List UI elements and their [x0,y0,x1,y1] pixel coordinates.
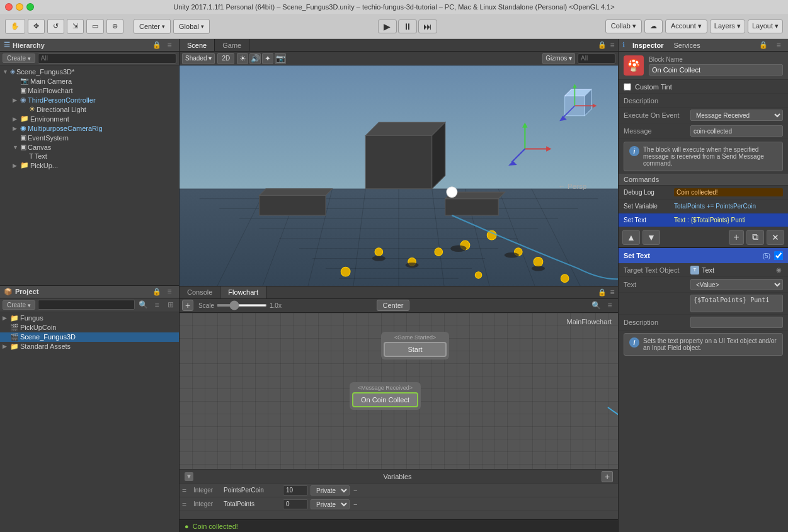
lighting-button[interactable]: ☀ [237,53,248,64]
var-privacy-0[interactable]: Private Public [311,485,350,495]
effects-button[interactable]: ✦ [262,53,273,64]
hierarchy-search-input[interactable] [38,54,176,64]
copy-command-button[interactable]: ⧉ [746,230,764,245]
hierarchy-create-button[interactable]: Create ▾ [3,54,35,63]
hierarchy-flowchart-item[interactable]: ▣ MainFlowchart [0,86,179,95]
move-down-button[interactable]: ▼ [642,230,660,245]
collab-button[interactable]: Collab ▾ [605,20,642,33]
var-value-input-0[interactable] [283,485,308,495]
project-layout-button[interactable]: ≡ [151,299,163,310]
play-button[interactable]: ▶ [378,20,397,33]
project-menu-button[interactable]: ≡ [164,286,175,297]
hierarchy-eventsystem-item[interactable]: ▣ EventSystem [0,133,179,142]
search-icon[interactable]: 🔍 [137,299,149,310]
flowchart-tab[interactable]: Flowchart [220,286,266,298]
text-value-textarea[interactable]: {$TotalPoints} Punti [690,295,783,312]
camera-button[interactable]: 📷 [275,53,286,64]
hierarchy-pickup-item[interactable]: ▶ 📁 PickUp... [0,161,179,170]
flowchart-menu-button[interactable]: ≡ [607,286,618,298]
add-node-button[interactable]: + [182,300,193,311]
services-tab[interactable]: Services [671,42,703,49]
layout-button[interactable]: Layout ▾ [748,20,783,33]
rect-tool-button[interactable]: ▭ [86,19,104,34]
project-standard-item[interactable]: ▶ 📁 Standard Assets [0,342,179,351]
step-button[interactable]: ⏭ [418,20,437,33]
scene-menu-button[interactable]: ≡ [607,40,618,51]
hand-tool-button[interactable]: ✋ [5,19,25,34]
move-up-button[interactable]: ▲ [622,230,640,245]
gizmos-dropdown[interactable]: Gizmos ▾ [542,53,575,64]
hierarchy-environment-item[interactable]: ▶ 📁 Environment [0,114,179,123]
variables-filter-button[interactable]: ▼ [185,472,193,481]
close-button[interactable] [5,3,13,11]
2d-button[interactable]: 2D [217,53,234,64]
scene-search-input[interactable] [578,54,615,64]
text-mode-dropdown[interactable]: <Value> [690,279,783,290]
var-remove-button-1[interactable]: − [353,501,357,508]
transform-tool-button[interactable]: ⊕ [106,19,123,34]
project-lock-button[interactable]: 🔒 [152,288,161,296]
delete-command-button[interactable]: ✕ [767,230,784,245]
set-text-description-input[interactable] [690,317,783,328]
hierarchy-camera-item[interactable]: 📷 Main Camera [0,76,179,86]
layers-button[interactable]: Layers ▾ [710,20,745,33]
flowchart-options-button[interactable]: ≡ [604,300,615,311]
global-button[interactable]: Global ▾ [173,19,210,34]
hierarchy-tpc-item[interactable]: ▶ ◉ ThirdPersonController [0,95,179,105]
flowchart-lock-button[interactable]: 🔒 [598,288,607,297]
shaded-dropdown[interactable]: Shaded ▾ [182,53,215,64]
hierarchy-camera-rig-item[interactable]: ▶ ◉ MultipurposeCameraRig [0,123,179,133]
console-tab[interactable]: Console [180,286,220,298]
minimize-button[interactable] [16,3,23,11]
start-node-button[interactable]: Start [384,342,447,357]
variables-add-button[interactable]: + [602,471,613,482]
start-node[interactable]: <Game Started> Start [381,332,449,359]
game-tab[interactable]: Game [215,39,249,51]
command-set-variable[interactable]: Set Variable TotalPoints += PointsPerCoi… [619,200,788,213]
inspector-menu-button[interactable]: ≡ [773,40,784,51]
command-set-text[interactable]: Set Text Text : {$TotalPoints} Punti [619,213,788,227]
project-grid-button[interactable]: ⊞ [165,299,176,310]
inspector-lock-button[interactable]: 🔒 [759,41,768,49]
var-privacy-1[interactable]: Private Public [311,499,350,509]
flowchart-content[interactable]: MainFlowchart <Game Started> Start <Mess… [180,313,618,470]
custom-tint-checkbox[interactable] [624,83,631,91]
hierarchy-scene-item[interactable]: ▼ ◈ Scene_Fungus3D* [0,67,179,76]
rotate-tool-button[interactable]: ↺ [47,19,64,34]
center-button[interactable]: Center [377,300,409,311]
flowchart-search-icon[interactable]: 🔍 [590,300,602,311]
scene-lock-button[interactable]: 🔒 [598,41,607,49]
hierarchy-lock-button[interactable]: 🔒 [152,41,161,49]
pause-button[interactable]: ⏸ [398,20,417,33]
execute-event-select[interactable]: Message Received [690,110,783,121]
audio-button[interactable]: 🔊 [249,53,261,64]
hierarchy-text-item[interactable]: T Text [0,152,179,161]
inspector-tab[interactable]: Inspector [630,42,666,49]
hierarchy-canvas-item[interactable]: ▼ ▣ Canvas [0,142,179,152]
var-value-input-1[interactable] [283,499,308,509]
scale-tool-button[interactable]: ⇲ [67,19,84,34]
add-command-button[interactable]: + [729,230,744,245]
target-text-select-button[interactable]: ◉ [774,266,783,274]
scene-view[interactable]: ← Persp [180,65,618,286]
coin-collect-node-button[interactable]: On Coin Collect [352,392,418,407]
cloud-button[interactable]: ☁ [644,20,663,33]
command-debug-log[interactable]: Debug Log Coin collected! [619,186,788,200]
var-remove-button-0[interactable]: − [353,487,357,494]
message-input[interactable] [690,125,783,137]
scale-slider[interactable] [217,304,267,307]
hierarchy-menu-button[interactable]: ≡ [164,40,175,51]
maximize-button[interactable] [26,3,34,11]
move-tool-button[interactable]: ✥ [28,19,45,34]
project-fungus-item[interactable]: ▶ 📁 Fungus [0,314,179,323]
set-text-enabled-checkbox[interactable] [774,251,783,260]
hierarchy-dirlight-item[interactable]: ☀ Directional Light [0,105,179,114]
coin-collect-node[interactable]: <Message Received> On Coin Collect [350,382,421,410]
project-pickupcoin-item[interactable]: 🎬 PickUpCoin [0,323,179,332]
center-button[interactable]: Center ▾ [134,19,171,34]
block-name-input[interactable] [649,64,783,76]
project-search-input[interactable] [38,300,135,310]
project-scene-item[interactable]: 🎬 Scene_Fungus3D [0,332,179,342]
account-button[interactable]: Account ▾ [665,20,707,33]
scene-tab[interactable]: Scene [180,39,215,51]
